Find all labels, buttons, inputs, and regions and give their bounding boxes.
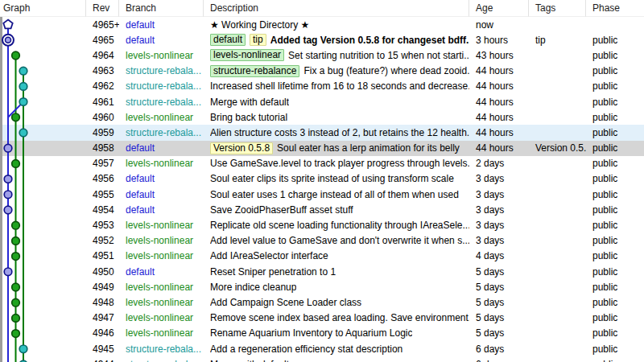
revision-row[interactable]: 4948 levels-nonlinear Add Campaign Scene… xyxy=(0,294,644,310)
rev-cell: 4947 xyxy=(86,311,119,326)
working-directory-node[interactable] xyxy=(3,20,12,29)
revision-row[interactable]: 4963 structure-rebala... structure-rebal… xyxy=(0,64,644,79)
description-cell: Add Campaign Scene Loader class xyxy=(204,294,469,310)
revision-row[interactable]: 4954 default Save ZooidPhaserBuff asset … xyxy=(0,202,644,217)
commit-node[interactable] xyxy=(19,129,27,137)
age-cell: 2 days xyxy=(469,156,529,171)
description-cell: Merge with default xyxy=(204,356,469,362)
column-header-phase[interactable]: Phase xyxy=(586,0,644,17)
column-header-age[interactable]: Age xyxy=(469,0,529,17)
revision-row[interactable]: 4952 levels-nonlinear Add level value to… xyxy=(0,233,644,249)
revision-row[interactable]: 4950 default Reset Sniper penetration to… xyxy=(0,264,644,279)
column-header-rev[interactable]: Rev xyxy=(86,0,119,17)
revision-row[interactable]: 4955 default Soul eater uses 1 charge in… xyxy=(0,187,644,202)
commit-node[interactable] xyxy=(4,206,12,214)
commit-node[interactable] xyxy=(12,237,20,245)
phase-cell: public xyxy=(586,64,644,79)
commit-node[interactable] xyxy=(12,51,20,60)
branch-cell: levels-nonlinear xyxy=(119,326,204,341)
revision-row[interactable]: 4949 levels-nonlinear More indice cleanu… xyxy=(0,279,644,294)
revision-row[interactable]: 4958 default Version 0.5.8Soul eater has… xyxy=(0,141,644,156)
commit-node[interactable] xyxy=(12,330,20,338)
commit-node[interactable] xyxy=(4,175,12,183)
commit-node[interactable] xyxy=(12,221,20,229)
column-header-graph[interactable]: Graph xyxy=(0,0,86,17)
revision-row[interactable]: 4965 default defaulttipAdded tag Version… xyxy=(0,32,644,47)
description-text: Add IAreaSelector interface xyxy=(210,250,328,261)
phase-cell: public xyxy=(586,156,644,171)
rev-cell: 4944 xyxy=(86,356,119,362)
commit-node[interactable] xyxy=(12,315,20,323)
revision-row[interactable]: 4947 levels-nonlinear Remove scene index… xyxy=(0,311,644,326)
branch-cell: default xyxy=(119,187,204,202)
description-text: Replicate old scene loading functionalit… xyxy=(210,220,469,231)
description-text: Increased shell lifetime from 16 to 18 s… xyxy=(210,80,469,92)
commit-node[interactable] xyxy=(12,113,20,121)
revision-row[interactable]: 4962 structure-rebala... Increased shell… xyxy=(0,79,644,94)
phase-cell: public xyxy=(586,233,644,249)
rev-cell: 4945 xyxy=(86,341,119,356)
revision-row[interactable]: 4946 levels-nonlinear Rename Aquarium In… xyxy=(0,326,644,341)
phase-cell: public xyxy=(586,356,644,362)
revision-row[interactable]: 4945 structure-rebala... Add a regenerat… xyxy=(0,341,644,356)
branch-cell: levels-nonlinear xyxy=(119,279,204,294)
branch-cell: structure-rebala... xyxy=(119,341,204,356)
phase-cell: public xyxy=(586,341,644,356)
revision-row[interactable]: 4953 levels-nonlinear Replicate old scen… xyxy=(0,217,644,232)
branch-cell: structure-rebala... xyxy=(119,94,204,109)
revision-row[interactable]: 4959 structure-rebala... Alien structure… xyxy=(0,125,644,140)
description-text: Remove scene index based area loading. S… xyxy=(210,312,469,323)
rev-cell: 4956 xyxy=(86,171,119,187)
revision-row[interactable]: 4964 levels-nonlinear levels-nonlinearSe… xyxy=(0,47,644,63)
rev-cell: 4952 xyxy=(86,233,119,249)
tags-cell xyxy=(529,294,586,310)
tags-cell xyxy=(529,17,586,32)
revision-row[interactable]: 4965+ default ★ Working Directory ★ now xyxy=(0,17,644,32)
branch-cell: levels-nonlinear xyxy=(119,109,204,125)
phase-cell: public xyxy=(586,264,644,279)
description-cell: Reset Sniper penetration to 1 xyxy=(204,264,469,279)
description-cell: Rename Aquarium Inventory to Aquarium Lo… xyxy=(204,326,469,341)
rev-cell: 4955 xyxy=(86,187,119,202)
age-cell: 3 hours xyxy=(469,32,529,47)
phase-cell: public xyxy=(586,171,644,187)
revision-row[interactable]: 4960 levels-nonlinear Bring back tutoria… xyxy=(0,109,644,125)
commit-node[interactable] xyxy=(4,191,12,199)
revision-row[interactable]: 4957 levels-nonlinear Use GameSave.level… xyxy=(0,156,644,171)
phase-cell: public xyxy=(586,311,644,326)
column-header-tags[interactable]: Tags xyxy=(529,0,586,17)
revision-row[interactable]: 4956 default Soul eater clips its sprite… xyxy=(0,171,644,187)
column-header-branch[interactable]: Branch xyxy=(119,0,204,17)
age-cell: now xyxy=(469,17,529,32)
branch-cell: default xyxy=(119,17,204,32)
description-text: Rename Aquarium Inventory to Aquarium Lo… xyxy=(210,327,412,339)
branch-cell: structure-rebala... xyxy=(119,79,204,94)
revision-row[interactable]: 4961 structure-rebala... Merge with defa… xyxy=(0,94,644,109)
description-text: Soul eater has a lerp animation for its … xyxy=(277,142,460,154)
tip-node-core[interactable] xyxy=(6,37,11,43)
commit-node[interactable] xyxy=(19,83,27,91)
commit-node[interactable] xyxy=(12,253,20,261)
commit-node[interactable] xyxy=(19,345,27,353)
commit-node[interactable] xyxy=(12,160,20,168)
column-headers: Graph Rev Branch Description Age Tags Ph… xyxy=(0,0,644,17)
description-text: Added tag Version 0.5.8 for changeset bd… xyxy=(270,35,469,46)
commit-node[interactable] xyxy=(12,283,20,291)
revision-row[interactable]: 4944 structure-rebala... Merge with defa… xyxy=(0,356,644,362)
branch-chip: levels-nonlinear xyxy=(210,49,284,61)
commit-node[interactable] xyxy=(4,144,12,152)
commit-node[interactable] xyxy=(19,98,27,106)
commit-node[interactable] xyxy=(12,298,20,306)
rev-cell: 4951 xyxy=(86,249,119,264)
column-header-description[interactable]: Description xyxy=(204,0,469,17)
revision-row[interactable]: 4951 levels-nonlinear Add IAreaSelector … xyxy=(0,249,644,264)
branch-cell: levels-nonlinear xyxy=(119,47,204,63)
branch-cell: levels-nonlinear xyxy=(119,249,204,264)
commit-node[interactable] xyxy=(4,268,12,276)
revision-list: 4965+ default ★ Working Directory ★ now … xyxy=(0,17,644,362)
branch-cell: default xyxy=(119,264,204,279)
tags-cell xyxy=(529,341,586,356)
description-cell: More indice cleanup xyxy=(204,279,469,294)
commit-node[interactable] xyxy=(19,67,27,75)
age-cell: 44 hours xyxy=(469,109,529,125)
